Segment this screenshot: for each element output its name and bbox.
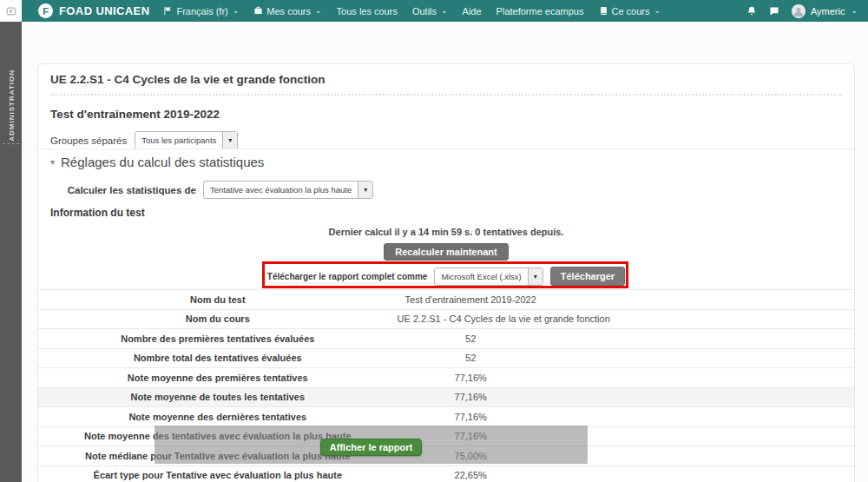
chevron-down-icon: ⌄ [654, 7, 661, 15]
nav-item-language[interactable]: Français (fr) ⌄ [163, 6, 239, 17]
drawer-toggle-button[interactable] [0, 0, 22, 22]
notifications-bell-icon[interactable] [746, 6, 757, 17]
download-format-select[interactable]: Microsoft Excel (.xlsx) ▾ [434, 267, 542, 286]
nav-item-tous-les-cours[interactable]: Tous les cours [337, 6, 398, 17]
table-row: Nombre des premières tentatives évaluées… [38, 328, 854, 348]
chevron-down-icon: ▾ [528, 268, 542, 285]
row-value: 77,16% [398, 392, 544, 402]
row-value: 52 [398, 353, 544, 363]
foad-logo-icon: F [38, 3, 53, 18]
avatar [792, 4, 806, 18]
row-value: Test d'entrainement 2019-2022 [398, 294, 544, 305]
table-row: Note moyenne de toutes les tentatives 77… [38, 387, 854, 407]
groups-label: Groupes séparés [50, 135, 127, 146]
section-divider [38, 149, 854, 149]
groups-select[interactable]: Tous les participants ▾ [135, 131, 238, 149]
nav-item-outils[interactable]: Outils ⌄ [412, 6, 448, 17]
show-report-button[interactable]: Afficher le rapport [320, 439, 422, 456]
groups-row: Groupes séparés Tous les participants ▾ [50, 131, 238, 149]
chevron-down-icon: ⌄ [315, 7, 322, 15]
drawer-toggle-icon [6, 6, 16, 17]
recalculate-button[interactable]: Recalculer maintenant [384, 243, 508, 261]
row-label: Nom du test [38, 294, 398, 305]
quiz-title: Test d'entrainement 2019-2022 [50, 108, 220, 121]
chevron-down-icon: ⌄ [851, 7, 858, 15]
report-loading-overlay: Afficher le rapport [155, 426, 588, 464]
row-label: Écart type pour Tentative avec évaluatio… [38, 470, 398, 480]
administration-label: ADMINISTRATION [7, 69, 15, 142]
nav-item-plateforme-ecampus[interactable]: Plateforme ecampus [496, 6, 584, 17]
settings-section-title: Réglages du calcul des statistiques [61, 155, 264, 169]
book-icon [599, 6, 608, 16]
row-value: 22,65% [398, 470, 544, 480]
row-label: Note moyenne des dernières tentatives [38, 412, 398, 422]
row-label: Nombre des premières tentatives évaluées [38, 333, 398, 344]
row-value: 77,16% [398, 373, 544, 383]
chevron-down-icon: ⌄ [233, 7, 240, 15]
row-value: 77,16% [398, 412, 544, 422]
nav-item-aide[interactable]: Aide [463, 6, 482, 17]
user-menu[interactable]: Aymeric ⌄ [792, 4, 858, 18]
calc-row: Calculer les statistiques de Tentative a… [50, 181, 373, 199]
collapse-caret-icon: ▾ [50, 157, 55, 167]
user-name: Aymeric [811, 6, 845, 17]
calc-label: Calculer les statistiques de [50, 185, 196, 195]
top-navbar: F FOAD UNICAEN Français (fr) ⌄ Mes cours… [0, 0, 868, 22]
table-row: Nom du test Test d'entrainement 2019-202… [38, 289, 854, 309]
nav-item-mes-cours[interactable]: Mes cours ⌄ [253, 6, 321, 17]
table-row: Nombre total des tentatives évaluées 52 [38, 348, 854, 368]
brand[interactable]: F FOAD UNICAEN [38, 3, 149, 18]
row-label: Note moyenne des premières tentatives [38, 373, 398, 383]
messages-chat-icon[interactable] [769, 6, 779, 17]
recalc-wrap: Recalculer maintenant [38, 243, 854, 261]
course-title: UE 2.2.S1 - C4 Cycles de la vie et grand… [50, 73, 842, 86]
chevron-down-icon: ▾ [222, 132, 237, 149]
topbar-right: Aymeric ⌄ [746, 4, 858, 18]
content-card: UE 2.2.S1 - C4 Cycles de la vie et grand… [37, 63, 855, 482]
chevron-down-icon: ⌄ [441, 7, 448, 15]
calc-select[interactable]: Tentative avec évaluation la plus haute … [203, 181, 373, 199]
download-button[interactable]: Télécharger [550, 267, 625, 286]
flag-icon [163, 6, 173, 16]
briefcase-icon [253, 6, 263, 16]
table-row: Nom du cours UE 2.2.S1 - C4 Cycles de la… [38, 309, 854, 329]
row-label: Note moyenne de toutes les tentatives [38, 392, 398, 402]
download-label: Télécharger le rapport complet comme [267, 272, 428, 281]
download-row: Télécharger le rapport complet comme Mic… [38, 267, 854, 286]
administration-drawer[interactable]: ADMINISTRATION [0, 22, 22, 482]
table-row: Note moyenne des premières tentatives 77… [38, 367, 854, 387]
last-calc-text: Dernier calcul il y a 14 min 59 s. 0 ten… [38, 227, 854, 237]
settings-section-header[interactable]: ▾ Réglages du calcul des statistiques [50, 155, 264, 169]
info-section-title: Information du test [50, 207, 145, 219]
drawer-divider [3, 143, 19, 144]
row-value: UE 2.2.S1 - C4 Cycles de la vie et grand… [398, 314, 610, 324]
brand-label: FOAD UNICAEN [59, 4, 149, 17]
nav-item-ce-cours[interactable]: Ce cours ⌄ [599, 6, 661, 17]
table-row: Note moyenne des dernières tentatives 77… [38, 406, 854, 426]
row-label: Nombre total des tentatives évaluées [38, 353, 398, 363]
screen: F FOAD UNICAEN Français (fr) ⌄ Mes cours… [0, 0, 868, 482]
dotted-divider [50, 94, 842, 96]
row-value: 52 [398, 333, 544, 344]
main-nav: Français (fr) ⌄ Mes cours ⌄ Tous les cou… [163, 6, 661, 17]
chevron-down-icon: ▾ [358, 182, 372, 198]
row-label: Nom du cours [38, 314, 398, 324]
table-row: Écart type pour Tentative avec évaluatio… [38, 465, 854, 482]
